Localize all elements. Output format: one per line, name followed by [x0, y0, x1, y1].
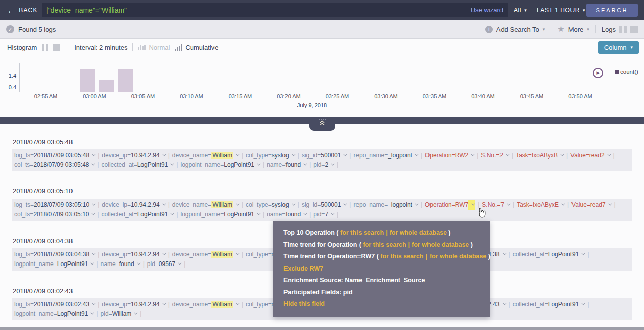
field-dropdown-button[interactable]	[301, 160, 307, 170]
log-field-pid[interactable]: pid=7	[313, 211, 334, 218]
menu-action-hide-this-field[interactable]: Hide this field	[283, 300, 325, 307]
log-field-col_type[interactable]: col_type=syslog	[246, 201, 295, 208]
log-field-col_ts[interactable]: col_ts=2018/07/09 03:05:48	[14, 161, 95, 168]
histogram-bar[interactable]	[99, 80, 114, 92]
field-dropdown-button[interactable]	[233, 250, 239, 259]
field-dropdown-button[interactable]	[606, 200, 612, 210]
log-field-collected_at[interactable]: collected_at=LogPoint91	[513, 251, 585, 258]
split-chart-view-icon[interactable]	[42, 44, 48, 51]
search-query-input[interactable]	[42, 3, 508, 17]
full-chart-view-icon[interactable]	[53, 44, 60, 51]
for-this-search-link[interactable]: for this search	[380, 253, 423, 260]
log-field-Value[interactable]: Value=read7	[571, 201, 612, 208]
cumulative-mode-toggle[interactable]: Cumulative	[175, 44, 218, 51]
more-button[interactable]: ★ More ▾	[557, 25, 589, 33]
field-dropdown-button[interactable]	[579, 300, 585, 309]
log-field-device_name[interactable]: device_name=William	[172, 301, 239, 308]
log-field-device_ip[interactable]: device_ip=10.94.2.94	[102, 251, 165, 258]
log-field-device_name[interactable]: device_name=William	[172, 201, 239, 208]
field-dropdown-button[interactable]	[328, 160, 334, 170]
field-dropdown-button[interactable]	[289, 200, 295, 210]
log-field-sig_id[interactable]: sig_id=500001	[302, 201, 347, 208]
field-dropdown-button[interactable]	[168, 160, 174, 170]
repo-scope-select[interactable]: All ▾	[514, 0, 527, 20]
field-dropdown-button[interactable]	[468, 151, 474, 160]
log-field-log_ts[interactable]: log_ts=2018/07/09 03:02:43	[14, 301, 95, 308]
log-field-pid[interactable]: pid=09567	[147, 260, 181, 268]
field-dropdown-button[interactable]	[254, 160, 260, 170]
log-field-name[interactable]: name=found	[101, 260, 140, 268]
field-dropdown-button[interactable]	[160, 200, 166, 210]
field-dropdown-button[interactable]	[131, 309, 137, 319]
log-field-col_ts[interactable]: col_ts=2018/07/09 03:05:10	[14, 211, 95, 218]
for-whole-database-link[interactable]: for whole database	[430, 253, 486, 260]
log-field-collected_at[interactable]: collected_at=LogPoint91	[513, 301, 585, 308]
field-dropdown-button[interactable]	[88, 259, 94, 269]
log-field-Task[interactable]: Task=IxoAByxB	[516, 152, 564, 159]
field-dropdown-button[interactable]	[341, 200, 347, 210]
split-columns-view-icon[interactable]	[619, 26, 627, 33]
play-button[interactable]: ▶	[593, 68, 603, 78]
log-field-pid[interactable]: pid=William	[101, 310, 138, 317]
log-field-log_ts[interactable]: log_ts=2018/07/09 03:05:48	[14, 152, 95, 159]
field-dropdown-button[interactable]	[328, 210, 334, 219]
context-menu-row[interactable]: Hide this field	[283, 298, 480, 310]
for-whole-database-link[interactable]: for whole database	[390, 229, 447, 236]
field-dropdown-button[interactable]	[175, 259, 181, 269]
back-button[interactable]: ← BACK	[7, 0, 38, 20]
field-dropdown-button[interactable]	[500, 300, 506, 309]
log-field-col_type[interactable]: col_type=syslog	[246, 152, 295, 159]
log-field-sig_id[interactable]: sig_id=500001	[302, 152, 347, 159]
field-dropdown-button[interactable]	[503, 151, 509, 160]
field-dropdown-button[interactable]	[412, 200, 418, 210]
field-dropdown-button[interactable]	[301, 210, 307, 219]
time-range-select[interactable]: LAST 1 HOUR ▾	[537, 0, 585, 20]
menu-action-exclude-rw7[interactable]: Exclude RW7	[283, 265, 323, 272]
normal-mode-toggle[interactable]: Normal	[138, 44, 170, 51]
for-whole-database-link[interactable]: for whole database	[412, 241, 469, 248]
context-menu-row[interactable]: Time trend for Operation ( for this sear…	[283, 239, 480, 251]
log-field-Operation[interactable]: Operation=RW2	[425, 152, 474, 159]
field-dropdown-button[interactable]	[89, 200, 95, 210]
add-search-to-button[interactable]: + Add Search To ▾	[485, 26, 545, 33]
log-field-device_name[interactable]: device_name=William	[172, 152, 239, 159]
log-field-device_ip[interactable]: device_ip=10.94.2.94	[102, 201, 165, 208]
log-field-logpoint_name[interactable]: logpoint_name=LogPoint91	[181, 211, 260, 218]
single-column-view-icon[interactable]	[630, 26, 638, 33]
field-dropdown-button[interactable]	[500, 250, 506, 259]
field-dropdown-button[interactable]	[579, 250, 585, 259]
log-field-logpoint_name[interactable]: logpoint_name=LogPoint91	[181, 161, 260, 168]
field-dropdown-button[interactable]	[559, 200, 565, 210]
field-dropdown-button[interactable]	[89, 160, 95, 170]
log-field-Operation[interactable]: Operation=RW7	[425, 201, 475, 208]
field-dropdown-button[interactable]	[254, 210, 260, 219]
field-dropdown-button[interactable]	[160, 151, 166, 160]
context-menu-row[interactable]: Top 10 Operation ( for this search|for w…	[283, 227, 480, 239]
field-dropdown-button[interactable]	[341, 151, 347, 160]
log-field-repo_name[interactable]: repo_name=_logpoint	[353, 152, 418, 159]
field-dropdown-button[interactable]	[412, 151, 418, 160]
histogram-bar[interactable]	[118, 69, 133, 92]
search-button[interactable]: SEARCH	[586, 4, 638, 17]
log-field-logpoint_name[interactable]: logpoint_name=LogPoint91	[14, 260, 94, 268]
field-dropdown-button[interactable]	[88, 309, 94, 319]
field-dropdown-button[interactable]	[89, 250, 95, 259]
field-dropdown-button[interactable]	[89, 151, 95, 160]
field-dropdown-button[interactable]	[504, 200, 510, 210]
field-dropdown-button[interactable]	[233, 300, 239, 309]
log-field-name[interactable]: name=found	[267, 211, 307, 218]
field-dropdown-button[interactable]	[89, 300, 95, 309]
context-menu-row[interactable]: Exclude RW7	[283, 263, 480, 275]
log-field-logpoint_name[interactable]: logpoint_name=LogPoint91	[14, 310, 94, 317]
log-field-Value[interactable]: Value=read2	[570, 152, 611, 159]
log-field-S.No.[interactable]: S.No.=2	[481, 152, 509, 159]
log-field-device_ip[interactable]: device_ip=10.94.2.94	[102, 301, 165, 308]
field-dropdown-button[interactable]	[558, 151, 564, 160]
field-dropdown-button[interactable]	[233, 151, 239, 160]
log-field-repo_name[interactable]: repo_name=_logpoint	[353, 201, 418, 208]
log-field-log_ts[interactable]: log_ts=2018/07/09 03:04:38	[14, 251, 95, 258]
use-wizard-link[interactable]: Use wizard	[471, 3, 503, 17]
field-dropdown-button[interactable]	[233, 200, 239, 210]
field-dropdown-button[interactable]	[605, 151, 611, 160]
field-dropdown-button[interactable]	[160, 250, 166, 259]
